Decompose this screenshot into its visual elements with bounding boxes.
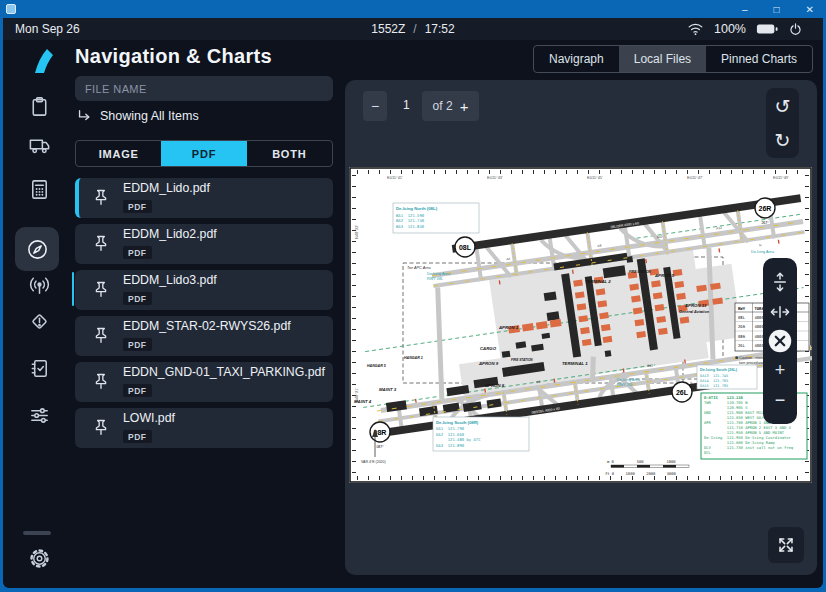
pdf-viewer-panel: − 1 of 2 + ↺ ↻ [345, 80, 817, 575]
file-name: LOWI.pdf [123, 412, 175, 426]
calculator-icon [28, 178, 51, 201]
pin-icon[interactable] [91, 418, 111, 438]
deicing-north-box: De-Icing North (08L) BA1 121.590 BA2 121… [393, 203, 479, 233]
deicing-south-box: De-Icing South (08R) DA1 121.790 DA2 121… [433, 417, 529, 451]
chart-zoom-toolbar: + − [763, 258, 797, 424]
window-close-button[interactable]: ✕ [806, 4, 814, 15]
window-controls: – □ ✕ [742, 0, 814, 18]
pin-icon[interactable] [91, 234, 111, 254]
file-name-search-input[interactable] [75, 76, 333, 101]
page-title: Navigation & Charts [75, 45, 272, 68]
svg-text:E011°41': E011°41' [387, 175, 403, 180]
pin-icon[interactable] [91, 188, 111, 208]
filter-pdf-button[interactable]: PDF [161, 141, 246, 166]
rotate-cw-button[interactable]: ↻ [768, 124, 798, 156]
fit-width-button[interactable] [765, 298, 795, 326]
power-button[interactable] [788, 22, 803, 37]
page-decrement-button[interactable]: − [363, 91, 387, 121]
page-increment-button[interactable]: + [460, 98, 469, 115]
compass-icon [26, 238, 49, 261]
sliders-icon [28, 404, 51, 427]
filter-both-button[interactable]: BOTH [247, 141, 332, 166]
file-list-item[interactable]: LOWI.pdf PDF [75, 408, 333, 448]
svg-text:HANGAR 1: HANGAR 1 [404, 356, 423, 360]
svg-text:DA15 121.785: DA15 121.785 [700, 384, 728, 388]
file-list-item[interactable]: EDDM_Lido2.pdf PDF [75, 224, 333, 264]
svg-text:De-Icing North (08L): De-Icing North (08L) [396, 206, 438, 211]
power-icon [788, 22, 803, 37]
tab-pinned-charts[interactable]: Pinned Charts [706, 46, 812, 72]
svg-text:MAINT 4: MAINT 4 [354, 399, 372, 404]
svg-text:E011°43': E011°43' [487, 175, 503, 180]
svg-text:VAR 4°E (2020): VAR 4°E (2020) [361, 460, 386, 464]
svg-text:m 0 500 1000: m 0 500 1000 [607, 459, 676, 464]
pin-icon[interactable] [91, 326, 111, 346]
file-type-badge: PDF [123, 200, 152, 213]
rotate-ccw-button[interactable]: ↺ [768, 90, 798, 122]
sidebar-item-warnings[interactable] [25, 307, 53, 335]
window-maximize-button[interactable]: □ [774, 4, 780, 15]
rotate-ccw-icon: ↺ [775, 95, 791, 117]
file-type-badge: PDF [123, 430, 152, 443]
svg-text:DA2 121.660: DA2 121.660 [436, 432, 465, 437]
svg-text:BA3 121.840: BA3 121.840 [396, 224, 425, 229]
sidebar-item-calculator[interactable] [25, 175, 53, 203]
svg-text:N48°22': N48°22' [354, 225, 359, 239]
svg-text:DA14 121.765: DA14 121.765 [700, 379, 728, 383]
list-scroll-indicator[interactable] [72, 272, 74, 306]
source-tabs: Navigraph Local Files Pinned Charts [533, 45, 813, 73]
svg-text:MAINT 3: MAINT 3 [379, 387, 397, 392]
sidebar-item-checklist[interactable] [25, 354, 53, 382]
app-surface: Mon Sep 26 1552Z / 17:52 100% [3, 18, 823, 588]
wifi-icon [687, 22, 704, 36]
utc-time: 1552Z [371, 22, 405, 36]
sidebar-item-radio[interactable] [25, 271, 53, 299]
file-name: EDDM_STAR-02-RWYS26.pdf [123, 320, 291, 334]
sidebar-item-settings-sliders[interactable] [25, 401, 53, 429]
chart-page[interactable]: E011°41' E011°43' E011°45' E011°47' E011… [349, 167, 812, 483]
svg-text:A10: A10 [656, 234, 662, 239]
pin-icon[interactable] [91, 372, 111, 392]
svg-text:TERMINAL 1: TERMINAL 1 [562, 361, 588, 366]
time-separator: / [413, 22, 416, 36]
svg-text:DA3 121.890: DA3 121.890 [436, 443, 465, 448]
svg-text:ft 0 1000 2000 300: ft 0 1000 2000 3000 [605, 471, 677, 476]
fit-height-button[interactable] [765, 268, 795, 296]
sidebar-item-fuel-truck[interactable] [25, 130, 53, 158]
zoom-out-button[interactable]: − [765, 386, 795, 414]
tab-navigraph[interactable]: Navigraph [534, 46, 619, 72]
window-minimize-button[interactable]: – [742, 4, 748, 15]
svg-text:APRON 5: APRON 5 [654, 273, 675, 278]
rotate-controls: ↺ ↻ [766, 88, 799, 158]
filter-image-button[interactable]: IMAGE [76, 141, 161, 166]
svg-text:26L: 26L [676, 389, 689, 396]
svg-text:267°: 267° [761, 221, 769, 225]
svg-text:General Aviation: General Aviation [679, 310, 710, 314]
zoom-in-button[interactable]: + [765, 357, 795, 385]
local-time: 17:52 [425, 22, 455, 36]
file-list-item[interactable]: EDDN_GND-01_TAXI_PARKING.pdf PDF [75, 362, 333, 402]
sidebar-item-navigation-charts[interactable] [15, 227, 59, 271]
filter-status-row: Showing All Items [76, 108, 199, 124]
pin-icon[interactable] [91, 280, 111, 300]
close-circle-icon [765, 326, 795, 356]
file-name: EDDN_GND-01_TAXI_PARKING.pdf [123, 366, 325, 380]
file-list-item[interactable]: EDDM_STAR-02-RWYS26.pdf PDF [75, 316, 333, 356]
svg-text:E011°45': E011°45' [587, 175, 603, 180]
svg-text:08L: 08L [459, 244, 472, 251]
file-list-item[interactable]: EDDM_Lido3.pdf PDF [75, 270, 333, 310]
close-overlay-button[interactable] [765, 327, 795, 355]
gear-icon [28, 547, 51, 570]
file-list-item[interactable]: EDDM_Lido.pdf PDF [75, 178, 333, 218]
svg-text:FIRE STATION: FIRE STATION [629, 270, 651, 274]
page-total-label: of 2 [433, 99, 453, 113]
svg-text:RWY 08L: RWY 08L [427, 277, 443, 281]
svg-text:De-Icing Area: De-Icing Area [617, 378, 641, 382]
file-type-badge: PDF [123, 246, 152, 259]
svg-text:BA2 121.740: BA2 121.740 [396, 218, 425, 223]
sidebar-item-clipboard[interactable] [25, 92, 53, 120]
sidebar-item-settings[interactable] [25, 544, 53, 572]
fullscreen-button[interactable] [768, 527, 804, 563]
svg-text:HANGAR 5: HANGAR 5 [367, 364, 387, 368]
tab-local-files[interactable]: Local Files [619, 46, 706, 72]
